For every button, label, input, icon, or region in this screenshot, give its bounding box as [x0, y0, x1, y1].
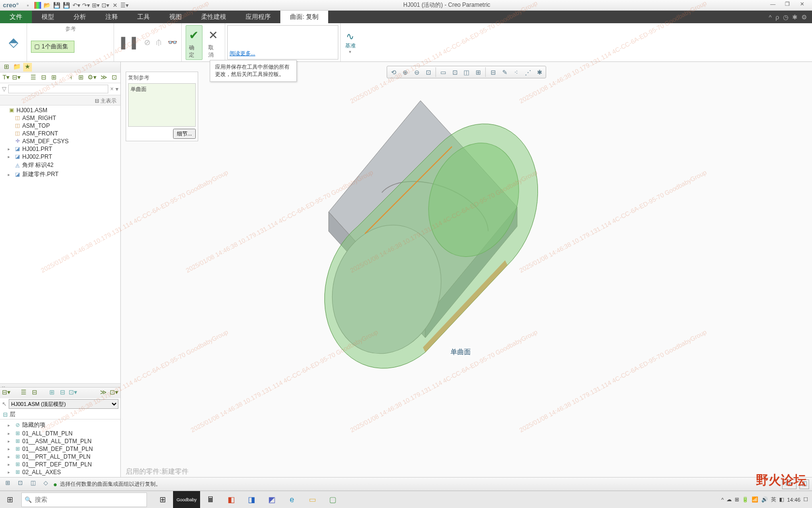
tb-app-ppt[interactable]: ◧ — [221, 491, 241, 508]
tt2-4[interactable]: ⊟ — [40, 74, 48, 82]
refpanel-list[interactable]: 单曲面 — [128, 83, 196, 127]
qat-undo[interactable]: ↶▾ — [72, 1, 81, 10]
settings-icon[interactable]: ⚙ — [801, 14, 807, 21]
tab-apps[interactable]: 应用程序 — [236, 11, 280, 23]
tray-weather-icon[interactable]: ☁ — [726, 496, 732, 503]
lt-8[interactable]: ⊡▾ — [110, 388, 118, 397]
tree-node[interactable]: ◫ASM_RIGHT — [1, 114, 119, 122]
close-button[interactable]: ✕ — [796, 1, 808, 10]
taskbar-search[interactable]: 🔍 — [21, 493, 147, 507]
pause-button[interactable]: ❚❚ — [118, 32, 139, 53]
search-dropdown-icon[interactable]: ▾ — [116, 86, 118, 92]
sb-icon-3[interactable]: ◫ — [28, 479, 38, 489]
tt2-8[interactable]: ⚙▾ — [87, 74, 96, 82]
tray-notifications-icon[interactable]: ☐ — [803, 496, 808, 503]
vt-11[interactable]: ✎ — [499, 67, 510, 77]
tt2-6[interactable]: ⫞ — [67, 74, 75, 82]
tt2-10[interactable]: ⊡ — [110, 74, 118, 82]
tb-app-goodbaby[interactable]: Goodbaby — [173, 491, 200, 508]
lt-2[interactable]: ☰ — [19, 388, 28, 397]
layer-node[interactable]: ▸⊞01__PRT_DEF_DTM_PLN — [1, 461, 119, 468]
tray-volume-icon[interactable]: 🔊 — [761, 496, 768, 503]
layer-node[interactable]: ▸⊞01__PRT_ALL_DTM_PLN — [1, 453, 119, 461]
tab-file[interactable]: 文件 — [0, 11, 32, 23]
lt-1[interactable]: ⊟▾ — [2, 388, 11, 397]
qat-save[interactable]: 💾 — [53, 1, 61, 10]
tree-search-input[interactable] — [8, 85, 108, 93]
tb-app-calc[interactable]: 🖩 — [201, 491, 220, 508]
ok-button[interactable]: ✔ 确定 — [186, 25, 203, 60]
graphics-canvas[interactable]: ⟲ ⊕ ⊖ ⊡ ▭ ⊡ ◫ ⊞ ⊟ ✎ ⁖ ⋰ ✱ — [121, 62, 812, 477]
lt-3[interactable]: ⊟ — [30, 388, 39, 397]
vt-10[interactable]: ⊟ — [488, 67, 498, 77]
tray-clock[interactable]: 14:46 — [787, 497, 800, 503]
tray-wifi-icon[interactable]: 📶 — [752, 496, 758, 503]
vt-5[interactable]: ▭ — [438, 67, 449, 77]
sb-icon-4[interactable]: ◇ — [41, 479, 50, 489]
help-icon[interactable]: ◷ — [783, 14, 788, 21]
tt2-1[interactable]: T▾ — [2, 74, 10, 82]
sb-icon-1[interactable]: ⊞ — [3, 479, 13, 489]
clear-search-icon[interactable]: × — [110, 86, 114, 92]
surface-set-field[interactable]: ▢ 1个曲面集 — [31, 41, 74, 53]
model-tree[interactable]: ▣HJ001.ASM◫ASM_RIGHT◫ASM_TOP◫ASM_FRONT✛A… — [0, 105, 120, 383]
read-more-link[interactable]: 阅读更多... — [230, 50, 255, 57]
star-icon[interactable]: ✱ — [792, 14, 798, 21]
start-button[interactable]: ⊞ — [0, 491, 19, 508]
layer-node[interactable]: ▸⊞01_ALL_DTM_PLN — [1, 430, 119, 437]
vt-14[interactable]: ✱ — [534, 67, 545, 77]
tab-model[interactable]: 模型 — [32, 11, 64, 23]
tb-app-outlook[interactable]: ◨ — [242, 491, 261, 508]
vt-8[interactable]: ⊞ — [473, 67, 483, 77]
tt2-7[interactable]: ⊞ — [77, 74, 85, 82]
tree-node[interactable]: ▣HJ001.ASM — [1, 106, 119, 114]
tt2-9[interactable]: ≫ — [100, 74, 108, 82]
qat-redo[interactable]: ↷▾ — [82, 1, 90, 10]
lt-4[interactable]: ⊞ — [47, 388, 56, 397]
vt-13[interactable]: ⋰ — [522, 67, 533, 77]
glasses-icon[interactable]: 👓 — [168, 38, 177, 47]
tb-app-creo[interactable]: ▢ — [323, 491, 342, 508]
tb-app-edge[interactable]: e — [282, 491, 302, 508]
vt-zoomout[interactable]: ⊖ — [411, 67, 422, 77]
datum-button[interactable]: ∿ 基准 ▾ — [340, 23, 360, 61]
filter-icon[interactable]: ▽ — [2, 86, 6, 92]
qat-open[interactable]: 📂 — [43, 1, 52, 10]
sb-icon-2[interactable]: ⊡ — [15, 479, 25, 489]
qat-more[interactable]: ☰▾ — [120, 1, 129, 10]
tt2-2[interactable]: ⊟▾ — [12, 74, 21, 82]
tb-app-taskview[interactable]: ⊞ — [153, 491, 172, 508]
tt2-5[interactable]: ⊞ — [50, 74, 58, 82]
tree-tool-2[interactable]: 📁 — [13, 63, 21, 72]
tab-surface-copy[interactable]: 曲面: 复制 — [280, 11, 328, 23]
tab-flex[interactable]: 柔性建模 — [191, 11, 236, 23]
lt-6[interactable]: ⊡▾ — [69, 388, 77, 397]
tree-tool-3[interactable]: ★ — [23, 63, 32, 72]
tree-node[interactable]: ◫ASM_TOP — [1, 122, 119, 130]
qat-new[interactable]: ▫ — [24, 1, 32, 10]
vt-refit[interactable]: ⟲ — [388, 67, 399, 77]
lt-5[interactable]: ⊟ — [58, 388, 67, 397]
qat-color[interactable] — [34, 2, 41, 9]
tab-view[interactable]: 视图 — [160, 11, 191, 23]
pointer-icon[interactable]: ↖ — [2, 401, 7, 407]
vt-zoom[interactable]: ⊡ — [423, 67, 434, 77]
tb-app-explorer[interactable]: ▭ — [303, 491, 322, 508]
tray-battery-icon[interactable]: 🔋 — [742, 496, 749, 503]
qat-close[interactable]: ✕ — [111, 1, 119, 10]
layer-node[interactable]: ▸⊞01__ASM_DEF_DTM_PLN — [1, 445, 119, 453]
vt-6[interactable]: ⊡ — [450, 67, 460, 77]
lt-7[interactable]: ≫ — [99, 388, 108, 397]
tray-ime[interactable]: 英 — [771, 496, 776, 503]
tree-node[interactable]: ◬角焊 标识42 — [1, 161, 119, 170]
search-icon[interactable]: ρ — [776, 14, 779, 21]
tree-node[interactable]: ✛ASM_DEF_CSYS — [1, 137, 119, 145]
tab-tools[interactable]: 工具 — [128, 11, 160, 23]
vt-7[interactable]: ◫ — [461, 67, 472, 77]
cancel-button[interactable]: ✕ 取消 — [205, 26, 221, 60]
layer-header[interactable]: ⊟层 — [0, 410, 120, 419]
tree-node[interactable]: ◫ASM_FRONT — [1, 130, 119, 137]
vt-12[interactable]: ⁖ — [511, 67, 522, 77]
tree-header[interactable]: ⊟ 主表示 — [0, 95, 120, 105]
collapse-ribbon-icon[interactable]: ^ — [768, 14, 771, 21]
